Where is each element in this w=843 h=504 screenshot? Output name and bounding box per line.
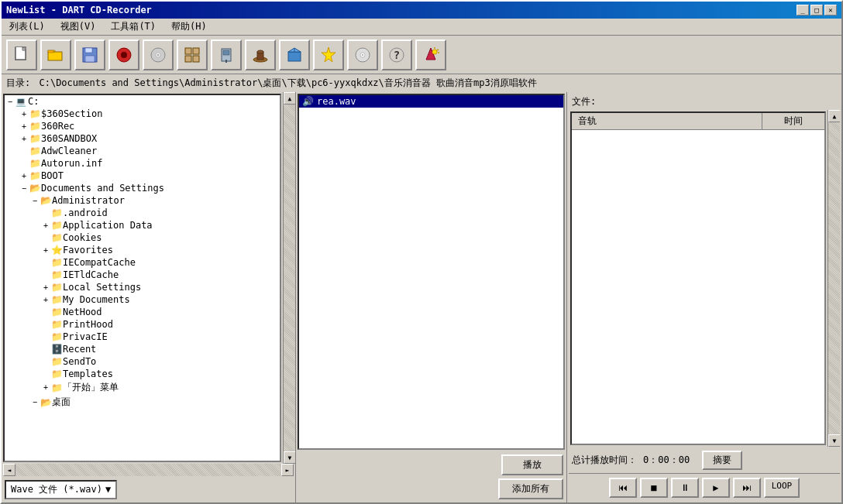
svg-rect-13 — [193, 48, 199, 54]
tree-item[interactable]: − 📂 Administrator — [5, 194, 280, 207]
playlist-scroll-track — [828, 122, 840, 434]
grid-button[interactable] — [177, 39, 208, 70]
open-button[interactable] — [40, 39, 71, 70]
stars-button[interactable] — [313, 39, 344, 70]
svg-rect-14 — [185, 56, 191, 62]
rewind-button[interactable]: ⏮ — [609, 478, 637, 498]
file-tree[interactable]: − 💻 C: + 📁 $360Section + 📁 360Rec — [3, 94, 281, 462]
total-time-value: 0：00：00 — [643, 454, 690, 467]
playlist-container[interactable]: 音轨 时间 — [570, 111, 826, 445]
left-panel: − 💻 C: + 📁 $360Section + 📁 360Rec — [2, 92, 296, 502]
menu-tools[interactable]: 工具箱(T) — [106, 19, 160, 35]
middle-panel: 🔊 rea.wav 播放 添加所有 — [296, 92, 567, 502]
svg-rect-17 — [223, 50, 229, 55]
tree-scroll-right[interactable]: ► — [281, 464, 294, 476]
tree-item[interactable]: + 📁 $360Section — [5, 108, 280, 120]
tree-scrollbar[interactable]: ▲ ▼ — [283, 92, 295, 464]
title-buttons: _ □ ✕ — [797, 5, 837, 15]
svg-rect-2 — [48, 52, 62, 60]
toolbar: ? — [2, 36, 841, 74]
save-button[interactable] — [74, 39, 105, 70]
tree-item[interactable]: + 📁 Local Settings — [5, 281, 280, 293]
tree-item[interactable]: 📁 Templates — [5, 368, 280, 380]
tree-scroll-up[interactable]: ▲ — [284, 92, 295, 105]
playlist-header: 音轨 时间 — [572, 113, 824, 130]
file-icon: 🔊 — [302, 96, 314, 107]
playlist-col-time: 时间 — [762, 113, 824, 129]
tree-scrollbar-h[interactable]: ◄ ► — [3, 464, 294, 476]
tree-item[interactable]: + 📁 「开始」菜单 — [5, 380, 280, 395]
close-button[interactable]: ✕ — [824, 5, 837, 15]
tree-root[interactable]: − 💻 C: — [5, 95, 280, 108]
cd-button[interactable] — [143, 39, 174, 70]
svg-text:?: ? — [394, 49, 400, 61]
tree-item[interactable]: 📁 IETldCache — [5, 269, 280, 281]
tree-item[interactable]: 📁 .android — [5, 207, 280, 219]
tree-item[interactable]: 📁 Autorun.inf — [5, 157, 280, 170]
svg-point-21 — [257, 50, 263, 53]
forward-button[interactable]: ⏭ — [733, 478, 761, 498]
tree-item[interactable]: + 📁 360Rec — [5, 120, 280, 132]
transport-bar: ⏮ ■ ⏸ ▶ ⏭ LOOP — [569, 473, 840, 501]
menu-view[interactable]: 视图(V) — [56, 19, 101, 35]
tree-scroll-down[interactable]: ▼ — [284, 451, 295, 464]
window-title: NewList - DART CD-Recorder — [6, 5, 152, 15]
tree-item[interactable]: − 📂 桌面 — [5, 395, 280, 410]
tree-item[interactable]: + 📁 360SANDBOX — [5, 132, 280, 145]
play-transport-button[interactable]: ▶ — [702, 478, 730, 498]
tree-item[interactable]: + 📁 My Documents — [5, 293, 280, 306]
playlist-scrollbar[interactable]: ▲ ▼ — [828, 110, 840, 447]
file-panel[interactable]: 🔊 rea.wav — [298, 94, 565, 450]
device-button[interactable] — [211, 39, 242, 70]
playlist-scroll-down[interactable]: ▼ — [828, 434, 840, 447]
help-button[interactable]: ? — [381, 39, 412, 70]
playlist-scroll-up[interactable]: ▲ — [828, 110, 840, 122]
total-time-row: 总计播放时间： 0：00：00 摘要 — [569, 447, 840, 473]
path-value: C:\Documents and Settings\Administrator\… — [39, 77, 536, 88]
pause-icon: ⏸ — [680, 482, 690, 493]
menu-help[interactable]: 帮助(H) — [167, 19, 212, 35]
svg-rect-22 — [288, 52, 301, 61]
summary-button[interactable]: 摘要 — [702, 451, 742, 470]
svg-point-8 — [121, 52, 127, 58]
tree-item[interactable]: 📁 AdwCleaner — [5, 145, 280, 157]
tree-item[interactable]: 📁 Cookies — [5, 231, 280, 244]
pause-button[interactable]: ⏸ — [671, 478, 699, 498]
tree-item[interactable]: − 📂 Documents and Settings — [5, 182, 280, 194]
play-icon: ▶ — [713, 482, 718, 493]
tree-item[interactable]: 📁 PrivacIE — [5, 331, 280, 343]
hat-button[interactable] — [245, 39, 276, 70]
svg-marker-25 — [322, 47, 335, 62]
play-controls: 播放 — [296, 451, 566, 478]
tree-item[interactable]: 📁 NetHood — [5, 306, 280, 318]
disc2-button[interactable] — [347, 39, 378, 70]
maximize-button[interactable]: □ — [810, 5, 823, 15]
loop-button[interactable]: LOOP — [764, 478, 800, 498]
stop-button[interactable]: ■ — [640, 478, 668, 498]
wizard-button[interactable] — [415, 39, 446, 70]
tree-item[interactable]: 📁 PrintHood — [5, 318, 280, 331]
tree-item[interactable]: + 📁 BOOT — [5, 170, 280, 182]
rewind-icon: ⏮ — [618, 482, 628, 493]
file-item[interactable]: 🔊 rea.wav — [299, 95, 563, 108]
menu-bar: 列表(L) 视图(V) 工具箱(T) 帮助(H) — [2, 19, 841, 36]
menu-list[interactable]: 列表(L) — [5, 19, 50, 35]
add-all-controls: 添加所有 — [296, 478, 566, 502]
new-button[interactable] — [6, 39, 37, 70]
tree-item[interactable]: 📁 IECompatCache — [5, 256, 280, 269]
play-button[interactable]: 播放 — [501, 454, 563, 475]
tree-scroll-left[interactable]: ◄ — [3, 464, 15, 476]
erase-button[interactable] — [108, 39, 139, 70]
tree-item-application-data[interactable]: + 📁 Application Data — [5, 219, 280, 231]
path-bar: 目录: C:\Documents and Settings\Administra… — [2, 74, 841, 92]
add-all-button[interactable]: 添加所有 — [498, 478, 563, 499]
main-content: − 💻 C: + 📁 $360Section + 📁 360Rec — [2, 92, 841, 502]
tree-item[interactable]: 🗄️ Recent — [5, 343, 280, 355]
tree-item[interactable]: + ⭐ Favorites — [5, 244, 280, 256]
tree-item[interactable]: 📁 SendTo — [5, 355, 280, 368]
svg-rect-15 — [193, 56, 199, 62]
forward-icon: ⏭ — [742, 482, 752, 493]
file-type-dropdown[interactable]: Wave 文件 (*.wav) ▼ — [5, 480, 117, 499]
minimize-button[interactable]: _ — [797, 5, 809, 15]
box-button[interactable] — [279, 39, 310, 70]
